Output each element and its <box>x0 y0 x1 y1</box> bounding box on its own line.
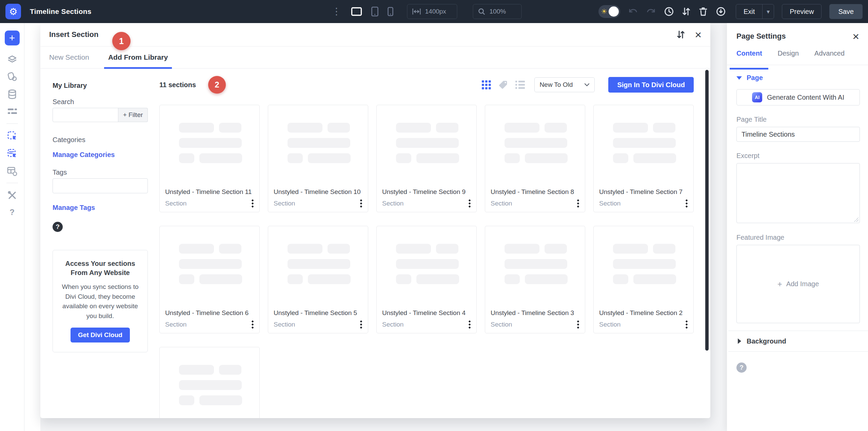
library-section-card[interactable]: Unstyled - Timeline Section 5 Section <box>268 226 368 333</box>
card-options-kebab-icon[interactable] <box>685 320 688 329</box>
library-section-card[interactable]: Unstyled - Timeline Section 6 Section <box>159 226 260 333</box>
card-options-kebab-icon[interactable] <box>360 199 362 208</box>
panel-help-icon[interactable]: ? <box>736 363 747 373</box>
excerpt-textarea[interactable] <box>736 163 860 223</box>
section-card-title: Unstyled - Timeline Section 3 <box>491 309 579 317</box>
card-options-kebab-icon[interactable] <box>360 320 362 329</box>
skeleton-bar <box>525 274 568 284</box>
tags-input[interactable] <box>53 178 148 193</box>
zoom-field[interactable] <box>473 4 522 19</box>
undo-button[interactable] <box>628 7 638 16</box>
tab-advanced[interactable]: Advanced <box>814 50 845 65</box>
skeleton-bar <box>505 274 520 284</box>
section-card-title: Unstyled - Timeline Section 10 <box>274 188 362 196</box>
section-card-type: Section <box>382 321 403 328</box>
zoom-input[interactable] <box>489 7 517 16</box>
layers-sort-button[interactable] <box>682 6 691 17</box>
layout-module-icon <box>7 166 18 177</box>
skeleton-bar <box>396 123 431 133</box>
card-options-kebab-icon[interactable] <box>577 320 579 329</box>
desktop-view-button[interactable] <box>351 6 362 17</box>
more-options-dots-icon[interactable]: ⋮ <box>331 7 342 16</box>
library-section-card[interactable]: Unstyled - Timeline Section 11 Section <box>159 105 260 212</box>
layers-view-button[interactable] <box>7 54 18 65</box>
database-button[interactable] <box>7 89 18 100</box>
close-icon[interactable]: × <box>852 31 859 42</box>
tab-design[interactable]: Design <box>778 50 799 65</box>
section-card-type: Section <box>165 200 186 207</box>
redo-button[interactable] <box>646 7 656 16</box>
panel-title: Page Settings <box>736 23 860 41</box>
builder-settings-gear-button[interactable]: ⚙ <box>5 4 21 19</box>
portability-button[interactable] <box>716 6 726 17</box>
library-section-card-partial[interactable] <box>159 347 260 418</box>
tablet-view-button[interactable] <box>371 6 379 17</box>
tab-new-section[interactable]: New Section <box>49 46 89 68</box>
insert-section-tool-button[interactable] <box>7 131 18 141</box>
library-section-card[interactable]: Unstyled - Timeline Section 9 Section <box>376 105 477 212</box>
sort-order-select[interactable]: New To Old <box>534 77 595 92</box>
help-icon[interactable]: ? <box>9 208 15 217</box>
sign-in-divi-cloud-button[interactable]: Sign In To Divi Cloud <box>608 77 694 93</box>
expand-arrows-icon[interactable] <box>676 30 685 39</box>
add-plus-button[interactable]: + <box>5 31 20 45</box>
grid-view-button[interactable] <box>482 80 491 90</box>
exit-caret-icon[interactable]: ▼ <box>762 4 774 19</box>
section-thumbnail-skeleton <box>485 105 585 184</box>
library-section-card[interactable]: Unstyled - Timeline Section 7 Section <box>593 105 694 212</box>
library-section-card[interactable]: Unstyled - Timeline Section 3 Section <box>485 226 585 333</box>
save-button[interactable]: Save <box>829 4 863 19</box>
library-section-card[interactable]: Unstyled - Timeline Section 8 Section <box>485 105 585 212</box>
section-thumbnail-skeleton <box>160 105 259 184</box>
divi-cloud-promo-card: Access Your sections From Any Website Wh… <box>53 250 148 352</box>
card-options-kebab-icon[interactable] <box>251 199 254 208</box>
tab-add-from-library[interactable]: Add From Library <box>108 46 168 68</box>
responsive-width-field[interactable] <box>407 4 457 19</box>
preview-button[interactable]: Preview <box>782 4 822 19</box>
skeleton-bar <box>633 274 676 284</box>
card-options-kebab-icon[interactable] <box>468 320 471 329</box>
library-section-card[interactable]: Unstyled - Timeline Section 10 Section <box>268 105 368 212</box>
card-options-kebab-icon[interactable] <box>251 320 254 329</box>
responsive-width-input[interactable] <box>425 7 452 16</box>
card-options-kebab-icon[interactable] <box>468 199 471 208</box>
background-group-label: Background <box>747 337 786 345</box>
background-group-toggle[interactable]: Background <box>728 331 868 352</box>
filter-button[interactable]: + Filter <box>118 108 148 122</box>
library-help-icon[interactable]: ? <box>53 222 63 232</box>
library-main-area: 11 sections 2 <box>159 68 694 418</box>
design-presets-button[interactable] <box>7 71 18 82</box>
tag-view-button[interactable] <box>498 80 508 90</box>
page-group-toggle[interactable]: Page <box>736 74 860 82</box>
portability-icon <box>716 6 726 17</box>
layout-module-button[interactable] <box>7 166 18 177</box>
skeleton-bar <box>613 259 676 269</box>
library-section-card[interactable]: Unstyled - Timeline Section 4 Section <box>376 226 477 333</box>
generate-content-ai-button[interactable]: AI Generate Content With AI <box>736 89 860 105</box>
tab-content[interactable]: Content <box>736 50 762 65</box>
section-card-title: Unstyled - Timeline Section 2 <box>599 309 688 317</box>
manage-categories-link[interactable]: Manage Categories <box>53 151 115 159</box>
categories-label: Categories <box>53 136 148 144</box>
list-view-button[interactable] <box>515 80 525 89</box>
featured-image-box[interactable]: + Add Image <box>736 245 860 323</box>
history-button[interactable] <box>664 6 674 17</box>
section-card-title: Unstyled - Timeline Section 9 <box>382 188 471 196</box>
page-title-input[interactable] <box>736 127 860 142</box>
get-divi-cloud-button[interactable]: Get Divi Cloud <box>71 328 130 342</box>
card-options-kebab-icon[interactable] <box>577 199 579 208</box>
trash-button[interactable] <box>698 6 708 17</box>
builder-settings-toggle[interactable]: ☀ <box>598 5 620 18</box>
section-thumbnail-skeleton <box>268 226 368 305</box>
card-options-kebab-icon[interactable] <box>685 199 688 208</box>
close-icon[interactable]: × <box>695 29 702 40</box>
manage-tags-link[interactable]: Manage Tags <box>53 204 95 212</box>
skeleton-bar <box>179 380 242 390</box>
modal-scrollbar[interactable] <box>705 70 709 351</box>
exit-button[interactable]: Exit ▼ <box>736 4 774 19</box>
phone-view-button[interactable] <box>388 7 394 16</box>
tools-button[interactable] <box>7 190 18 201</box>
insert-row-tool-button[interactable] <box>7 148 18 159</box>
library-section-card[interactable]: Unstyled - Timeline Section 2 Section <box>593 226 694 333</box>
wireframe-view-button[interactable] <box>7 106 18 117</box>
